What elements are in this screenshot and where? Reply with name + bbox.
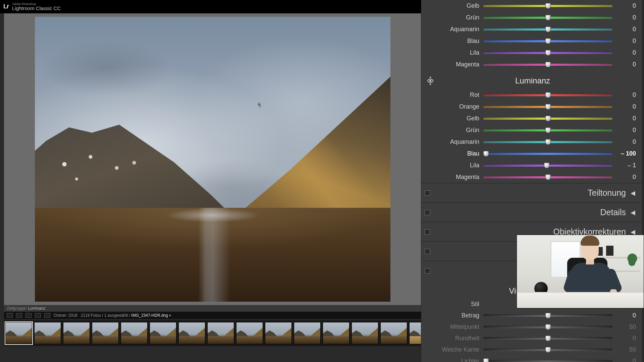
- luminance-track-orange[interactable]: [483, 106, 612, 108]
- saturation-slider-lila[interactable]: Lila0: [421, 47, 644, 59]
- luminance-value-rot[interactable]: 0: [612, 92, 636, 99]
- vignette-value-mittelpunkt[interactable]: 50: [612, 323, 636, 330]
- thumbnail[interactable]: [236, 322, 263, 344]
- saturation-slider-blau[interactable]: Blau0: [421, 35, 644, 47]
- saturation-thumb-gelb[interactable]: [545, 3, 551, 9]
- panel-switch-transform[interactable]: [425, 249, 430, 254]
- saturation-slider-gruen[interactable]: Grün0: [421, 12, 644, 23]
- thumbnail[interactable]: [409, 322, 421, 344]
- thumbnail[interactable]: [380, 322, 407, 344]
- saturation-thumb-magenta[interactable]: [545, 62, 551, 67]
- thumbnail[interactable]: [265, 322, 292, 344]
- luminance-slider-lila[interactable]: Lila– 1: [421, 160, 644, 171]
- luminance-thumb-gelb[interactable]: [545, 116, 551, 121]
- panel-header-details[interactable]: Details◀: [421, 202, 644, 222]
- luminance-thumb-aqua[interactable]: [545, 139, 551, 145]
- luminance-thumb-blau[interactable]: [483, 151, 489, 157]
- luminance-track-lila[interactable]: [483, 164, 612, 167]
- luminance-slider-blau[interactable]: Blau– 100: [421, 148, 644, 160]
- panel-collapse-icon[interactable]: ◀: [631, 209, 635, 216]
- luminance-thumb-magenta[interactable]: [545, 174, 551, 180]
- luminance-track-blau[interactable]: [483, 153, 612, 155]
- panel-switch-splittoning[interactable]: [425, 190, 430, 196]
- preview-area[interactable]: ✛: [4, 13, 421, 305]
- luminance-slider-gruen[interactable]: Grün0: [421, 124, 644, 136]
- view-mode-2-button[interactable]: [16, 313, 22, 318]
- luminance-slider-magenta[interactable]: Magenta0: [421, 171, 644, 183]
- saturation-track-lila[interactable]: [483, 52, 612, 54]
- luminance-track-gelb[interactable]: [483, 117, 612, 120]
- vignette-track-weichekante[interactable]: [483, 349, 612, 351]
- view-mode-1-button[interactable]: [7, 313, 13, 318]
- target-adjust-toggle[interactable]: ▲▼: [426, 75, 435, 86]
- luminance-slider-rot[interactable]: Rot0: [421, 89, 644, 101]
- saturation-value-magenta[interactable]: 0: [612, 61, 636, 68]
- saturation-track-gelb[interactable]: [483, 5, 612, 7]
- panel-header-splittoning[interactable]: Teiltonung◀: [421, 183, 644, 202]
- luminance-thumb-orange[interactable]: [545, 104, 551, 110]
- saturation-thumb-gruen[interactable]: [545, 15, 551, 20]
- saturation-slider-aqua[interactable]: Aquamarin0: [421, 23, 644, 35]
- thumbnail[interactable]: [294, 322, 321, 344]
- saturation-track-gruen[interactable]: [483, 16, 612, 19]
- luminance-value-gruen[interactable]: 0: [612, 127, 636, 134]
- saturation-track-blau[interactable]: [483, 40, 612, 42]
- saturation-value-gruen[interactable]: 0: [612, 14, 636, 21]
- luminance-slider-orange[interactable]: Orange0: [421, 101, 644, 113]
- panel-switch-effects[interactable]: [425, 268, 430, 274]
- luminance-thumb-rot[interactable]: [545, 92, 551, 98]
- vignette-track-mittelpunkt[interactable]: [483, 326, 612, 328]
- filmstrip[interactable]: [4, 320, 421, 346]
- saturation-slider-gelb[interactable]: Gelb0: [421, 0, 644, 12]
- vignette-thumb-betrag[interactable]: [545, 313, 551, 318]
- vignette-track-rundheit[interactable]: [483, 337, 612, 340]
- vignette-slider-lichter[interactable]: Lichter0: [421, 355, 644, 362]
- luminance-value-gelb[interactable]: 0: [612, 115, 636, 122]
- thumbnail[interactable]: [323, 322, 350, 344]
- saturation-thumb-aqua[interactable]: [545, 26, 551, 32]
- luminance-thumb-gruen[interactable]: [545, 127, 551, 133]
- grid-button[interactable]: [25, 313, 32, 318]
- vignette-thumb-rundheit[interactable]: [545, 336, 551, 341]
- thumbnail[interactable]: [352, 322, 378, 344]
- thumbnail[interactable]: [63, 322, 90, 344]
- thumbnail[interactable]: [34, 322, 61, 344]
- luminance-value-orange[interactable]: 0: [612, 103, 636, 110]
- vignette-value-lichter[interactable]: 0: [612, 358, 636, 362]
- breadcrumb[interactable]: Ordner: 2018 2119 Fotos / 1 ausgewählt /…: [54, 313, 171, 318]
- saturation-thumb-blau[interactable]: [545, 38, 551, 44]
- saturation-value-blau[interactable]: 0: [612, 38, 636, 45]
- luminance-slider-aqua[interactable]: Aquamarin0: [421, 136, 644, 148]
- panel-switch-lenscorr[interactable]: [425, 229, 430, 235]
- vignette-track-betrag[interactable]: [483, 314, 612, 317]
- luminance-track-gruen[interactable]: [483, 129, 612, 131]
- luminance-thumb-lila[interactable]: [544, 163, 549, 168]
- vignette-thumb-weichekante[interactable]: [545, 347, 551, 353]
- vignette-thumb-mittelpunkt[interactable]: [545, 324, 551, 330]
- vignette-value-betrag[interactable]: 0: [612, 312, 636, 319]
- saturation-track-magenta[interactable]: [483, 63, 612, 66]
- vignette-value-rundheit[interactable]: 0: [612, 335, 636, 342]
- luminance-value-magenta[interactable]: 0: [612, 174, 636, 181]
- luminance-track-magenta[interactable]: [483, 176, 612, 178]
- vignette-slider-betrag[interactable]: Betrag0: [421, 310, 644, 321]
- vignette-track-lichter[interactable]: [483, 360, 612, 362]
- saturation-thumb-lila[interactable]: [545, 50, 551, 56]
- nav-prev-button[interactable]: [35, 313, 41, 318]
- thumbnail[interactable]: [178, 322, 205, 344]
- saturation-value-aqua[interactable]: 0: [612, 26, 636, 33]
- saturation-track-aqua[interactable]: [483, 28, 612, 31]
- luminance-track-aqua[interactable]: [483, 141, 612, 143]
- luminance-value-blau[interactable]: – 100: [612, 150, 636, 157]
- panel-switch-details[interactable]: [425, 210, 430, 215]
- vignette-slider-rundheit[interactable]: Rundheit0: [421, 333, 644, 344]
- vignette-thumb-lichter[interactable]: [483, 358, 489, 362]
- panel-collapse-icon[interactable]: ◀: [631, 189, 635, 197]
- luminance-slider-gelb[interactable]: Gelb0: [421, 113, 644, 124]
- luminance-value-aqua[interactable]: 0: [612, 138, 636, 145]
- vignette-value-weichekante[interactable]: 50: [612, 346, 636, 353]
- nav-next-button[interactable]: [44, 313, 50, 318]
- thumbnail[interactable]: [150, 322, 176, 344]
- thumbnail[interactable]: [92, 322, 119, 344]
- luminance-value-lila[interactable]: – 1: [612, 162, 636, 169]
